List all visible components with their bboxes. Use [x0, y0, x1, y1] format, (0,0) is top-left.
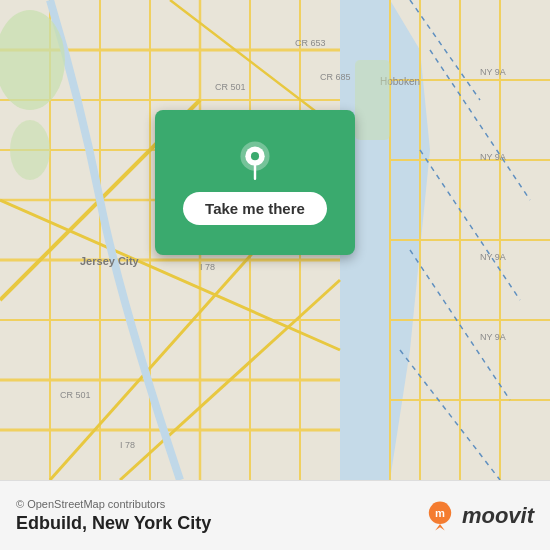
svg-text:CR 501: CR 501 — [60, 390, 91, 400]
svg-point-50 — [10, 120, 50, 180]
svg-point-54 — [251, 152, 259, 160]
location-name: Edbuild, New York City — [16, 513, 211, 534]
svg-text:Jersey City: Jersey City — [80, 255, 140, 267]
svg-text:m: m — [435, 506, 445, 518]
bottom-left-info: © OpenStreetMap contributors Edbuild, Ne… — [16, 498, 211, 534]
map-area: CR 653 CR 685 CR 501 Jersey City Hoboken… — [0, 0, 550, 480]
svg-text:I 78: I 78 — [120, 440, 135, 450]
svg-text:I 78: I 78 — [200, 262, 215, 272]
svg-text:CR 653: CR 653 — [295, 38, 326, 48]
moovit-pin-icon: m — [424, 500, 456, 532]
svg-text:CR 501: CR 501 — [215, 82, 246, 92]
moovit-logo: m moovit — [424, 500, 534, 532]
moovit-brand-text: moovit — [462, 503, 534, 529]
svg-text:NY 9A: NY 9A — [480, 67, 506, 77]
svg-text:NY 9A: NY 9A — [480, 152, 506, 162]
bottom-bar: © OpenStreetMap contributors Edbuild, Ne… — [0, 480, 550, 550]
osm-attribution: © OpenStreetMap contributors — [16, 498, 211, 510]
svg-text:NY 9A: NY 9A — [480, 332, 506, 342]
location-card[interactable]: Take me there — [155, 110, 355, 255]
svg-text:CR 685: CR 685 — [320, 72, 351, 82]
take-me-there-button[interactable]: Take me there — [183, 192, 327, 225]
svg-rect-51 — [355, 60, 390, 140]
svg-text:NY 9A: NY 9A — [480, 252, 506, 262]
map-pin-icon — [234, 140, 276, 182]
